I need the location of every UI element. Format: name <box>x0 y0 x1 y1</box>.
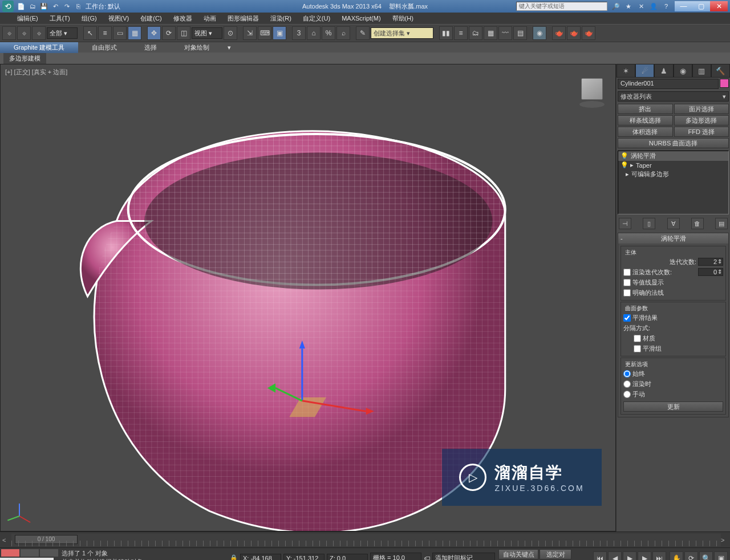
mod-btn-facesel[interactable]: 面片选择 <box>674 104 729 114</box>
update-always-radio[interactable] <box>623 370 631 378</box>
smooth-result-check[interactable] <box>623 314 631 322</box>
align-icon[interactable]: ≡ <box>454 26 468 40</box>
render-iter-check[interactable] <box>623 269 631 276</box>
material-editor-icon[interactable]: ◉ <box>533 26 546 40</box>
cursor-icon[interactable]: ↖ <box>83 26 97 40</box>
layer-button[interactable]: ▣ <box>273 26 286 40</box>
mod-btn-nurbs[interactable]: NURBS 曲面选择 <box>618 138 729 148</box>
graphite-tab-paint[interactable]: 对象绘制 <box>171 42 223 53</box>
goto-start-icon[interactable]: ⏮ <box>593 551 607 561</box>
tab-hierarchy-icon[interactable]: ♟ <box>654 64 673 78</box>
curve-editor-icon[interactable]: 〰 <box>498 26 512 40</box>
max-viewport-icon[interactable]: ▣ <box>714 551 728 561</box>
add-time-tag[interactable]: 添加时间标记 <box>432 553 495 560</box>
binoculars-icon[interactable]: 🔎 <box>611 1 621 11</box>
render-iter-spinner[interactable]: 0 <box>698 268 723 276</box>
rendered-frame-icon[interactable]: 🫖 <box>567 26 581 40</box>
menu-group[interactable]: 组(G) <box>82 14 97 23</box>
menu-render[interactable]: 渲染(R) <box>270 14 291 23</box>
track-bar[interactable]: < 0 / 100 > <box>0 531 730 547</box>
orbit-icon[interactable]: ⟳ <box>684 551 698 561</box>
stack-item-editpoly[interactable]: ▸可编辑多边形 <box>618 169 728 179</box>
object-color-swatch[interactable] <box>720 79 729 88</box>
graphite-tab-select[interactable]: 选择 <box>131 42 171 53</box>
mod-btn-volsel[interactable]: 体积选择 <box>618 127 673 137</box>
named-selection-sets[interactable]: 创建选择集 ▾ <box>371 27 433 39</box>
selection-filter[interactable]: 全部▾ <box>47 27 78 39</box>
byname-icon[interactable]: ≡ <box>98 26 112 40</box>
prev-frame-icon[interactable]: ◀ <box>608 551 622 561</box>
layers-icon[interactable]: 🗂 <box>469 26 482 40</box>
mod-btn-extrude[interactable]: 挤出 <box>618 104 673 114</box>
menu-create[interactable]: 创建(C) <box>140 14 161 23</box>
menu-edit[interactable]: 编辑(E) <box>17 14 38 23</box>
zoom-icon[interactable]: 🔍 <box>699 551 713 561</box>
update-render-radio[interactable] <box>623 380 631 388</box>
configure-sets-icon[interactable]: ▤ <box>715 218 728 229</box>
star-icon[interactable]: ★ <box>623 1 634 11</box>
menu-customize[interactable]: 自定义(U) <box>303 14 330 23</box>
snap-toggle-icon[interactable]: 3 <box>292 26 306 40</box>
move-tool[interactable]: ✥ <box>147 26 161 40</box>
rect-select-icon[interactable]: ▭ <box>113 26 127 40</box>
rollout-header[interactable]: -涡轮平滑 <box>618 233 728 244</box>
time-slider[interactable]: 0 / 100 <box>11 534 721 546</box>
help-search[interactable]: 键入关键字或短语 <box>516 2 607 11</box>
named-sel-edit-icon[interactable]: ✎ <box>356 26 370 40</box>
play-icon[interactable]: ▶ <box>623 551 636 561</box>
graphite-icon[interactable]: ▦ <box>484 26 497 40</box>
graphite-tab-modeling[interactable]: Graphite 建模工具 <box>0 42 78 53</box>
goto-end-icon[interactable]: ⏭ <box>652 551 666 561</box>
angle-snap-icon[interactable]: ⌂ <box>307 26 321 40</box>
script-chip2[interactable] <box>40 549 58 557</box>
redo-icon[interactable]: ↷ <box>62 1 72 11</box>
mod-btn-polysel[interactable]: 多边形选择 <box>674 115 729 125</box>
tab-create-icon[interactable]: ✶ <box>617 64 635 78</box>
modifier-list[interactable]: 修改器列表 <box>618 91 729 102</box>
graphite-tab-freeform[interactable]: 自由形式 <box>78 42 131 53</box>
keyb-icon[interactable]: ⌨ <box>258 26 271 40</box>
iterations-spinner[interactable]: 2 <box>698 258 723 266</box>
mod-btn-splinesel[interactable]: 样条线选择 <box>618 115 673 125</box>
spinner-snap-icon[interactable]: ⌕ <box>336 26 350 40</box>
lock-icon[interactable]: 🔒 <box>230 554 238 560</box>
coord-z[interactable]: Z: 0.0 <box>327 554 368 561</box>
menu-grapheditors[interactable]: 图形编辑器 <box>228 14 259 23</box>
maximize-button[interactable]: ▢ <box>692 1 710 11</box>
open-icon[interactable]: 🗂 <box>27 1 38 11</box>
pan-icon[interactable]: ✋ <box>670 551 683 561</box>
update-button[interactable]: 更新 <box>623 401 723 412</box>
signin-icon[interactable]: 👤 <box>648 1 659 11</box>
schematic-icon[interactable]: ▤ <box>513 26 527 40</box>
percent-snap-icon[interactable]: % <box>322 26 335 40</box>
object-name-field[interactable]: Cylinder001 <box>618 79 719 89</box>
show-end-result-icon[interactable]: ▯ <box>643 218 655 229</box>
smoothgrp-check[interactable] <box>634 345 641 352</box>
bind-tool[interactable]: ⟐ <box>32 26 46 40</box>
make-unique-icon[interactable]: ∀ <box>667 218 680 229</box>
undo-icon[interactable]: ↶ <box>50 1 60 11</box>
menu-tools[interactable]: 工具(T) <box>50 14 70 23</box>
save-icon[interactable]: 💾 <box>39 1 49 11</box>
link-tool[interactable]: ⟐ <box>2 26 16 40</box>
poly-model-panel[interactable]: 多边形建模 <box>3 53 46 64</box>
remove-modifier-icon[interactable]: 🗑 <box>691 218 704 229</box>
viewport[interactable]: [+] [正交] [真实 + 边面] <box>0 64 616 531</box>
coord-x[interactable]: X: -84.168 <box>240 554 281 561</box>
time-tag-icon[interactable]: 🏷 <box>424 555 430 561</box>
tab-modify-icon[interactable]: ☄ <box>635 64 654 78</box>
isoline-check[interactable] <box>623 279 631 286</box>
tab-motion-icon[interactable]: ◉ <box>674 64 692 78</box>
update-manual-radio[interactable] <box>623 391 631 398</box>
pin-stack-icon[interactable]: ⊣ <box>619 218 631 229</box>
track-right-icon[interactable]: > <box>721 537 730 543</box>
macro-recorder[interactable]: 欢迎使用 MAXScr <box>0 558 54 560</box>
stack-item-turbosmooth[interactable]: 💡涡轮平滑 <box>618 151 728 161</box>
next-frame-icon[interactable]: ▶ <box>638 551 651 561</box>
minimize-button[interactable]: — <box>675 1 692 11</box>
workspace-label[interactable]: 工作台: 默认 <box>86 2 120 11</box>
script-rec-button[interactable] <box>1 549 19 557</box>
graphite-expand-icon[interactable]: ▾ <box>223 43 236 52</box>
menu-views[interactable]: 视图(V) <box>108 14 129 23</box>
help-icon[interactable]: ? <box>661 1 671 11</box>
